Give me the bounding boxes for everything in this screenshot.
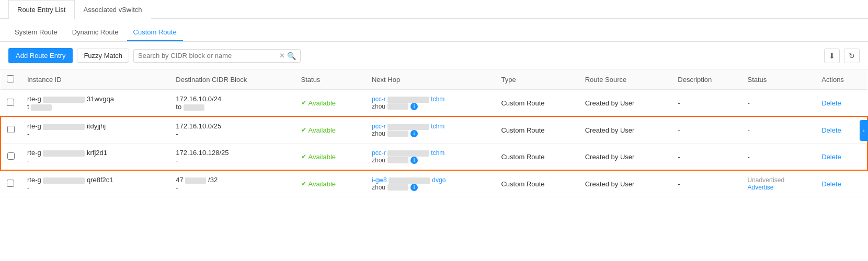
nexthop-sub: zhou i [372, 130, 489, 137]
destination-sub-masked [184, 104, 204, 111]
status-label: Available [309, 180, 336, 188]
col-next-hop: Next Hop [366, 70, 495, 90]
table-row: rte-g qre8f2c1 - 47 /32 - ✔ Availab [1, 170, 867, 197]
nexthop-link[interactable]: i-gw8 dvgo [372, 176, 489, 184]
next-hop-cell: pcc-r tchm zhou i [366, 116, 495, 144]
instance-suffix: krfj2d1 [87, 149, 107, 157]
destination-cidr: 172.16.10.0/25 [176, 122, 221, 130]
destination-cidr: 172.16.10.128/25 [176, 149, 229, 157]
nexthop-link[interactable]: pcc-r tchm [372, 123, 489, 130]
status-cell: ✔ Available [295, 170, 366, 197]
instance-sub: t [27, 103, 29, 111]
col-status: Status [295, 70, 366, 90]
next-hop-cell: pcc-r tchm zhou i [366, 144, 495, 171]
advertise-link[interactable]: Advertise [748, 184, 809, 191]
instance-sub: - [27, 130, 29, 138]
search-clear-icon[interactable]: ✕ [279, 52, 285, 60]
tab-route-entry-list[interactable]: Route Entry List [8, 0, 75, 19]
search-box: ✕ 🔍 [133, 49, 301, 63]
info-icon[interactable]: i [410, 184, 418, 191]
sub-tab-dynamic-route[interactable]: Dynamic Route [66, 24, 125, 41]
col-description: Description [671, 70, 741, 90]
nexthop-sub-masked [387, 157, 408, 163]
refresh-button[interactable]: ↻ [844, 49, 860, 63]
nexthop-link[interactable]: pcc-r tchm [372, 149, 489, 157]
route-source-cell: Created by User [579, 144, 672, 171]
instance-sub: - [27, 184, 29, 192]
nexthop-sub-masked [387, 103, 408, 110]
table-row: rte-g 31wvgqa t 172.16.10.0/24 to ✔ [1, 90, 867, 117]
description-cell: - [671, 170, 741, 197]
status2-cell: - [741, 116, 816, 144]
row-checkbox-cell [1, 116, 21, 144]
tab-associated-vswitch[interactable]: Associated vSwitch [75, 0, 151, 19]
row-checkbox[interactable] [7, 99, 14, 106]
description-cell: - [671, 116, 741, 144]
instance-id-cell: rte-g krfj2d1 - [21, 144, 169, 171]
check-icon: ✔ [301, 99, 306, 106]
instance-sub-masked [31, 104, 52, 111]
instance-id-masked [43, 124, 85, 130]
col-route-source: Route Source [579, 70, 672, 90]
destination-sub: to [176, 103, 181, 111]
status2-cell: - [741, 144, 816, 171]
instance-id-masked [43, 177, 85, 184]
instance-suffix: 31wvgqa [87, 95, 114, 103]
destination-cidr-cell: 172.16.10.0/25 - [169, 116, 294, 144]
search-input[interactable] [138, 52, 279, 60]
row-checkbox[interactable] [7, 152, 15, 160]
status-label: Available [309, 99, 336, 107]
row-checkbox-cell [1, 144, 21, 171]
delete-link[interactable]: Delete [821, 99, 841, 107]
instance-sub: - [27, 157, 29, 164]
instance-id-masked [43, 150, 85, 157]
row-checkbox[interactable] [7, 180, 14, 187]
status2-cell: Unadvertised Advertise [741, 170, 816, 197]
status-label: Available [309, 126, 336, 134]
nexthop-masked [387, 97, 429, 103]
destination-suffix: /32 [208, 176, 218, 184]
table-row: rte-g itdyjjhj - 172.16.10.0/25 - ✔ Avai… [1, 116, 867, 144]
delete-link[interactable]: Delete [821, 126, 841, 134]
search-submit-icon[interactable]: 🔍 [287, 52, 296, 60]
info-icon[interactable]: i [410, 157, 418, 164]
instance-id-text: rte-g [27, 122, 41, 130]
status-cell: ✔ Available [295, 144, 366, 171]
description-cell: - [671, 144, 741, 171]
destination-cidr: 172.16.10.0/24 [176, 95, 221, 103]
next-hop-cell: pcc-r tchm zhou i [366, 90, 495, 117]
col-status2: Status [741, 70, 816, 90]
col-type: Type [495, 70, 578, 90]
instance-id-cell: rte-g 31wvgqa t [21, 90, 169, 117]
delete-link[interactable]: Delete [821, 180, 841, 188]
check-icon: ✔ [301, 126, 306, 134]
sub-tab-custom-route[interactable]: Custom Route [127, 24, 183, 41]
actions-cell: Delete [815, 90, 867, 117]
instance-suffix: qre8f2c1 [87, 176, 113, 184]
nexthop-link[interactable]: pcc-r tchm [372, 96, 489, 103]
status-available: ✔ Available [301, 153, 359, 161]
scroll-indicator[interactable]: › [860, 120, 868, 141]
sub-tab-system-route[interactable]: System Route [8, 24, 64, 41]
nexthop-wrapper: i-gw8 dvgo zhou i [372, 176, 489, 191]
instance-id-text: rte-g [27, 176, 41, 184]
delete-link[interactable]: Delete [821, 153, 841, 161]
instance-suffix: itdyjjhj [87, 122, 106, 130]
info-icon[interactable]: i [410, 103, 418, 110]
add-route-entry-button[interactable]: Add Route Entry [8, 48, 73, 63]
destination-sub: - [176, 157, 178, 164]
row-checkbox-cell [1, 170, 21, 197]
fuzzy-match-button[interactable]: Fuzzy Match [77, 49, 129, 63]
toolbar-right: ⬇ ↻ [824, 49, 860, 63]
info-icon[interactable]: i [410, 130, 418, 137]
status-cell: ✔ Available [295, 116, 366, 144]
destination-cidr-cell: 172.16.10.0/24 to [169, 90, 294, 117]
nexthop-masked [387, 124, 429, 130]
instance-id-cell: rte-g itdyjjhj - [21, 116, 169, 144]
status-label: Available [309, 153, 336, 161]
download-button[interactable]: ⬇ [824, 49, 840, 63]
select-all-checkbox[interactable] [7, 75, 14, 82]
status-available: ✔ Available [301, 180, 359, 188]
status-available: ✔ Available [301, 99, 359, 107]
row-checkbox[interactable] [7, 126, 15, 133]
